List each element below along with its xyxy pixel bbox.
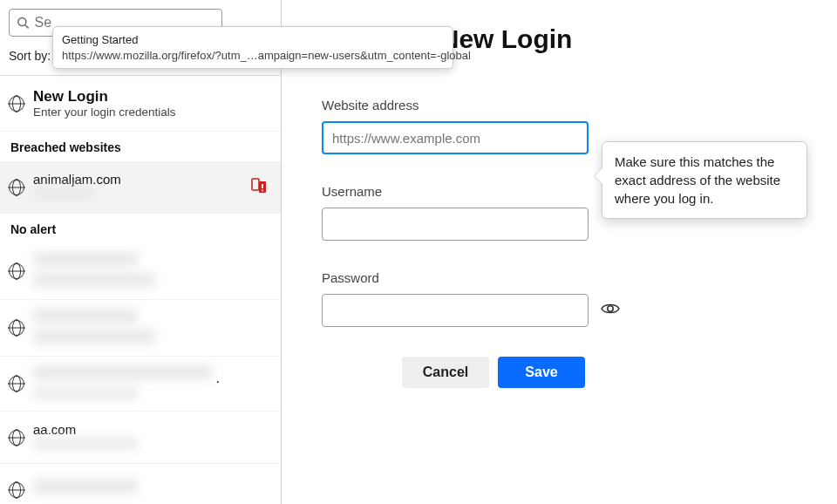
tab-tooltip: Getting Started https://www.mozilla.org/… (52, 26, 453, 69)
login-item[interactable] (0, 464, 281, 504)
redacted-site (33, 309, 138, 323)
main-panel: Create New Login Website address Usernam… (282, 0, 837, 504)
globe-icon (9, 430, 24, 446)
reveal-password-icon[interactable] (601, 302, 620, 319)
password-input[interactable] (322, 294, 589, 327)
svg-point-6 (608, 306, 613, 311)
website-hint-popover: Make sure this matches the exact address… (602, 141, 807, 219)
globe-icon (9, 320, 24, 336)
globe-icon (9, 376, 24, 392)
section-breached: Breached websites (0, 132, 281, 161)
tooltip-url: https://www.mozilla.org/firefox/?utm_…am… (62, 48, 444, 64)
redacted-username (33, 330, 155, 344)
sidebar: Sort by: Alerts 1,387 logins New Login E… (0, 0, 282, 504)
new-login-title: New Login (33, 88, 176, 106)
website-label: Website address (322, 98, 797, 112)
search-icon (17, 16, 30, 30)
hint-text: Make sure this matches the exact address… (615, 154, 780, 206)
login-item[interactable]: . (0, 357, 281, 412)
globe-icon (9, 180, 24, 195)
svg-point-5 (262, 189, 263, 191)
svg-rect-2 (252, 179, 259, 190)
username-input[interactable] (322, 208, 589, 241)
globe-icon (9, 482, 24, 498)
login-item-breached[interactable]: animaljam.com (0, 161, 281, 214)
redacted-site (33, 480, 138, 494)
new-login-item[interactable]: New Login Enter your login credentials (0, 76, 281, 132)
redacted-username (33, 188, 94, 199)
cancel-button[interactable]: Cancel (402, 357, 489, 388)
globe-icon (9, 96, 24, 112)
breach-alert-icon (251, 178, 269, 197)
redacted-username (33, 273, 155, 287)
redacted-username (33, 439, 138, 449)
globe-icon (9, 263, 24, 279)
password-label: Password (322, 270, 797, 285)
section-no-alert: No alert (0, 214, 281, 243)
svg-line-1 (25, 25, 29, 29)
login-item[interactable] (0, 300, 281, 357)
redacted-site (33, 365, 212, 379)
new-login-subtitle: Enter your login credentials (33, 106, 176, 119)
login-site: animaljam.com (33, 172, 121, 187)
svg-point-0 (18, 18, 26, 26)
sort-label: Sort by: (9, 49, 51, 63)
dot: . (215, 371, 219, 385)
login-item[interactable]: aa.com (0, 412, 281, 464)
login-list[interactable]: New Login Enter your login credentials B… (0, 75, 281, 504)
login-site: aa.com (33, 422, 138, 437)
website-address-input[interactable] (322, 121, 589, 154)
tooltip-title: Getting Started (62, 32, 444, 48)
save-button[interactable]: Save (498, 357, 585, 388)
redacted-username (33, 388, 138, 398)
redacted-site (33, 252, 138, 266)
login-item[interactable] (0, 243, 281, 300)
